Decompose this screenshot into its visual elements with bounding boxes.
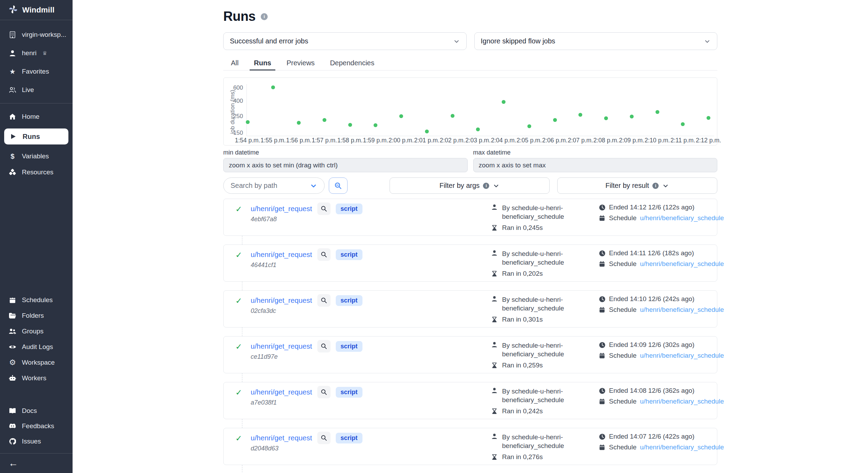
data-point [246,120,250,124]
robot-icon [8,375,17,382]
run-path-link[interactable]: u/henri/get_request [251,250,312,259]
calendar-icon [599,444,606,451]
run-ended-text: Ended 14:09 12/6 (302s ago) [609,341,694,349]
run-hash[interactable]: 4ebf67a8 [251,216,277,223]
duration-chart[interactable]: job duration (ms) 6004002501501:54 p.m.1… [223,77,717,146]
run-row[interactable]: ✓ u/henri/get_request script 4ebf67a8 [223,199,717,236]
run-hash[interactable]: a7e038f1 [251,399,277,406]
user-group-icon [8,328,17,335]
sidebar-item-folders[interactable]: Folders [0,312,73,320]
sidebar-item-audit-logs[interactable]: Audit Logs [0,343,73,351]
sidebar-item-user[interactable]: henri ♕ [0,49,73,57]
run-row[interactable]: ✓ u/henri/get_request script ce11d97e [223,336,717,373]
job-status-select[interactable]: Successful and error jobs [223,32,467,50]
hourglass-icon [491,224,498,231]
sidebar-item-live[interactable]: Live [0,86,73,94]
min-datetime-input[interactable] [223,158,468,172]
sidebar-item-docs[interactable]: Docs [0,407,73,415]
run-row[interactable]: ✓ u/henri/get_request script 46441cf1 [223,244,717,282]
run-path-link[interactable]: u/henri/get_request [251,205,312,213]
sidebar-item-workers[interactable]: Workers [0,374,73,382]
collapse-sidebar-icon[interactable]: ← [8,458,18,469]
sidebar-item-schedules[interactable]: Schedules [0,296,73,304]
sidebar-item-resources[interactable]: Resources [0,168,73,176]
inspect-run-button[interactable] [317,294,331,307]
run-hash[interactable]: 46441cf1 [251,262,276,269]
hourglass-icon [491,408,498,415]
filter-by-args-button[interactable]: Filter by args i [390,177,550,194]
tab-dependencies[interactable]: Dependencies [322,56,382,70]
inspect-run-button[interactable] [317,386,331,398]
magnifier-icon [320,297,327,304]
sidebar-item-home[interactable]: Home [0,113,73,121]
run-hash[interactable]: 02cfa3dc [251,307,276,315]
max-datetime-input[interactable] [473,158,718,172]
sidebar-item-label: Feedbacks [22,422,54,430]
sidebar-item-workspace-settings[interactable]: ⚙ Workspace [0,358,73,367]
sidebar-item-label: Issues [22,438,41,445]
sidebar-item-workspace-switcher[interactable]: virgin-worksp... [0,31,73,39]
run-row[interactable]: ✓ u/henri/get_request script a7e038f1 [223,382,717,419]
triggered-by-text: By schedule-u-henri-beneficiary_schedule [502,387,585,404]
data-point [374,123,377,127]
cubes-icon [8,169,17,176]
sidebar-item-groups[interactable]: Groups [0,327,73,335]
skipped-jobs-select[interactable]: Ignore skipped flow jobs [474,32,718,50]
sidebar-item-label: Runs [23,133,40,141]
sidebar-item-runs[interactable]: Runs [4,128,68,144]
sidebar-item-label: Docs [22,407,37,415]
run-hash[interactable]: ce11d97e [251,353,278,360]
home-icon [8,113,17,120]
filter-by-result-button[interactable]: Filter by result i [557,177,717,194]
page-title: Runs [223,9,256,24]
inspect-run-button[interactable] [317,432,331,444]
zoom-out-search-button[interactable] [329,177,348,194]
sidebar-item-label: Schedules [22,296,53,304]
run-path-link[interactable]: u/henri/get_request [251,388,312,396]
hourglass-icon [491,270,498,277]
schedule-link[interactable]: u/henri/beneficiary_schedule [640,214,724,222]
run-duration-text: Ran in 0,259s [502,362,543,369]
sidebar-divider [0,103,73,103]
inspect-run-button[interactable] [317,340,331,352]
run-path-link[interactable]: u/henri/get_request [251,296,312,305]
play-icon [9,133,17,140]
sidebar-item-issues[interactable]: Issues [0,437,73,446]
tab-all[interactable]: All [223,56,246,70]
brand-header[interactable]: Windmill [0,0,73,20]
run-path-link[interactable]: u/henri/get_request [251,342,312,350]
schedule-link[interactable]: u/henri/beneficiary_schedule [640,443,724,451]
workspace-name: virgin-worksp... [22,31,66,39]
schedule-link[interactable]: u/henri/beneficiary_schedule [640,306,724,314]
run-row[interactable]: ✓ u/henri/get_request script d2048d63 [223,428,717,465]
clock-icon [599,204,606,211]
sidebar-item-feedbacks[interactable]: Feedbacks [0,422,73,430]
min-datetime-label: min datetime [223,149,468,156]
schedule-label: Schedule [609,352,636,359]
chevron-down-icon [310,182,317,190]
data-point [630,115,634,118]
info-icon[interactable]: i [261,13,268,20]
tab-runs[interactable]: Runs [246,56,279,70]
success-check-icon: ✓ [235,250,242,260]
run-hash[interactable]: d2048d63 [251,445,278,452]
job-kind-badge: script [336,341,362,352]
inspect-run-button[interactable] [317,202,331,215]
run-connector [242,236,242,244]
run-row[interactable]: ✓ u/henri/get_request script 02cfa3dc [223,290,717,327]
data-point [323,118,326,122]
sidebar-item-favorites[interactable]: ★ Favorites [0,67,73,76]
schedule-link[interactable]: u/henri/beneficiary_schedule [640,398,724,405]
job-kind-badge: script [336,295,362,306]
calendar-icon [599,352,606,359]
sidebar-item-label: Favorites [22,68,49,75]
user-icon [491,341,498,348]
sidebar-item-variables[interactable]: $ Variables [0,152,73,160]
schedule-link[interactable]: u/henri/beneficiary_schedule [640,260,724,268]
tab-previews[interactable]: Previews [279,56,322,70]
inspect-run-button[interactable] [317,248,331,261]
max-datetime-label: max datetime [473,149,718,156]
schedule-link[interactable]: u/henri/beneficiary_schedule [640,352,724,359]
search-by-path-select[interactable]: Search by path [223,177,325,194]
run-path-link[interactable]: u/henri/get_request [251,434,312,442]
